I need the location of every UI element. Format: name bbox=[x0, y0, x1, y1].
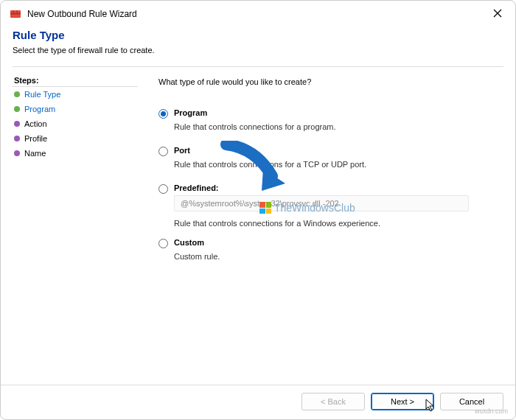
predefined-dropdown[interactable]: @%systemroot%\system32\provsvc.dll,-202 bbox=[174, 195, 469, 211]
radio-custom[interactable] bbox=[158, 239, 168, 248]
option-custom[interactable]: Custom Custom rule. bbox=[158, 238, 498, 262]
step-label: Program bbox=[24, 105, 55, 113]
step-rule-type[interactable]: Rule Type bbox=[13, 87, 138, 102]
option-predefined-label: Predefined: bbox=[174, 183, 498, 192]
steps-sidebar: Steps: Rule Type Program Action Profile … bbox=[13, 73, 138, 385]
svg-rect-2 bbox=[10, 15, 21, 17]
attribution-text: wsxdn.com bbox=[475, 407, 508, 415]
step-name[interactable]: Name bbox=[13, 146, 138, 161]
option-predefined[interactable]: Predefined: @%systemroot%\system32\provs… bbox=[158, 183, 498, 229]
step-label: Rule Type bbox=[24, 90, 60, 99]
firewall-icon bbox=[10, 8, 21, 20]
option-port-desc: Rule that controls connections for a TCP… bbox=[174, 160, 366, 169]
step-label: Action bbox=[24, 119, 47, 128]
step-profile[interactable]: Profile bbox=[13, 131, 138, 146]
back-button: < Back bbox=[301, 393, 365, 410]
content-pane: What type of rule would you like to crea… bbox=[138, 73, 503, 385]
page-title: Rule Type bbox=[13, 29, 503, 41]
footer: < Back Next > Cancel bbox=[1, 385, 515, 419]
close-button[interactable] bbox=[489, 6, 506, 22]
body: Steps: Rule Type Program Action Profile … bbox=[1, 67, 515, 385]
close-icon bbox=[493, 9, 502, 18]
titlebar: New Outbound Rule Wizard bbox=[1, 1, 515, 26]
option-custom-label: Custom bbox=[174, 238, 498, 247]
option-custom-desc: Custom rule. bbox=[174, 252, 220, 261]
next-button[interactable]: Next > bbox=[371, 393, 434, 410]
option-program[interactable]: Program Rule that controls connections f… bbox=[158, 108, 498, 133]
svg-rect-1 bbox=[10, 10, 21, 13]
step-program[interactable]: Program bbox=[13, 102, 138, 116]
step-label: Profile bbox=[24, 134, 47, 143]
radio-predefined[interactable] bbox=[158, 184, 168, 194]
option-predefined-desc: Rule that controls connections for a Win… bbox=[174, 219, 380, 228]
radio-program[interactable] bbox=[158, 109, 168, 119]
window-title: New Outbound Rule Wizard bbox=[27, 9, 137, 19]
page-header: Rule Type Select the type of firewall ru… bbox=[1, 26, 515, 62]
option-port-label: Port bbox=[174, 146, 498, 155]
page-subtitle: Select the type of firewall rule to crea… bbox=[13, 46, 503, 55]
radio-port[interactable] bbox=[158, 147, 168, 156]
option-program-desc: Rule that controls connections for a pro… bbox=[174, 122, 336, 131]
sidebar-title: Steps: bbox=[13, 73, 138, 87]
option-program-label: Program bbox=[174, 108, 498, 117]
option-port[interactable]: Port Rule that controls connections for … bbox=[158, 146, 498, 170]
step-label: Name bbox=[24, 149, 46, 158]
content-question: What type of rule would you like to crea… bbox=[158, 77, 498, 86]
step-action[interactable]: Action bbox=[13, 116, 138, 131]
wizard-window: New Outbound Rule Wizard Rule Type Selec… bbox=[0, 0, 516, 420]
